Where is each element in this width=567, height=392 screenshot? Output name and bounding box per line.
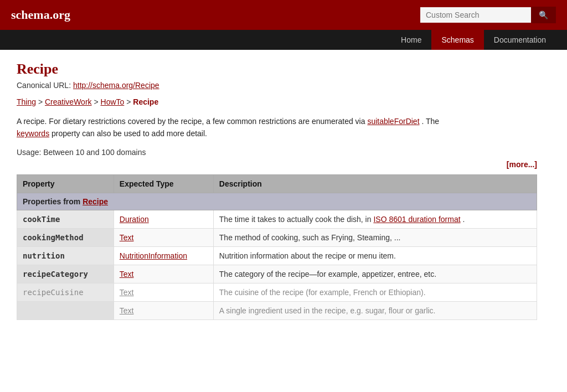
breadcrumb: Thing > CreativeWork > HowTo > Recipe <box>17 97 537 106</box>
main-nav: Home Schemas Documentation <box>0 30 567 50</box>
more-link[interactable]: [more...] <box>17 160 537 169</box>
page-description: A recipe. For dietary restrictions cover… <box>17 115 537 140</box>
col-description: Description <box>213 174 537 193</box>
property-cell: cookingMethod <box>17 228 114 246</box>
type-link[interactable]: Text <box>120 270 134 278</box>
type-cell: Text <box>114 283 213 301</box>
schema-table: Property Expected Type Description Prope… <box>17 174 537 320</box>
breadcrumb-sep-1: > <box>38 97 45 106</box>
desc-cell: Nutrition information about the recipe o… <box>213 246 537 265</box>
table-row: Text A single ingredient used in the rec… <box>17 301 537 319</box>
property-cell <box>17 301 114 319</box>
breadcrumb-howto[interactable]: HowTo <box>101 97 125 106</box>
section-link[interactable]: Recipe <box>83 197 108 206</box>
description-text-1: A recipe. For dietary restrictions cover… <box>17 117 365 126</box>
search-area: 🔍 <box>420 7 556 23</box>
type-cell: Text <box>114 301 213 319</box>
col-property: Property <box>17 174 114 193</box>
table-row: cookTime Duration The time it takes to a… <box>17 210 537 228</box>
desc-cell: A single ingredient used in the recipe, … <box>213 301 537 319</box>
table-row: recipeCuisine Text The cuisine of the re… <box>17 283 537 301</box>
type-cell: Duration <box>114 210 213 228</box>
nav-item-documentation[interactable]: Documentation <box>484 30 556 50</box>
keywords-link[interactable]: keywords <box>17 129 49 138</box>
usage-text: Usage: Between 10 and 100 domains <box>17 148 537 157</box>
desc-cell: The category of the recipe—for example, … <box>213 265 537 283</box>
canonical-url-link[interactable]: http://schema.org/Recipe <box>73 81 159 90</box>
col-expected-type: Expected Type <box>114 174 213 193</box>
description-text-3: property can also be used to add more de… <box>51 129 207 138</box>
section-header-row: Properties from Recipe <box>17 193 537 210</box>
breadcrumb-creativework[interactable]: CreativeWork <box>45 97 92 106</box>
type-cell: NutritionInformation <box>114 246 213 265</box>
type-link[interactable]: NutritionInformation <box>120 251 187 260</box>
section-header-cell: Properties from Recipe <box>17 193 537 210</box>
breadcrumb-thing[interactable]: Thing <box>17 97 36 106</box>
table-row: nutrition NutritionInformation Nutrition… <box>17 246 537 265</box>
desc-link[interactable]: ISO 8601 duration format <box>373 215 460 224</box>
search-icon: 🔍 <box>539 11 548 19</box>
search-input[interactable] <box>420 7 531 23</box>
canonical-url-line: Canonical URL: http://schema.org/Recipe <box>17 81 537 90</box>
property-cell: recipeCategory <box>17 265 114 283</box>
section-label: Properties from <box>23 197 80 206</box>
suitableForDiet-link[interactable]: suitableForDiet <box>367 117 419 126</box>
property-cell: nutrition <box>17 246 114 265</box>
type-link[interactable]: Text <box>120 306 134 315</box>
table-row: cookingMethod Text The method of cooking… <box>17 228 537 246</box>
breadcrumb-sep-2: > <box>94 97 100 106</box>
type-cell: Text <box>114 265 213 283</box>
description-text-2: . The <box>421 117 439 126</box>
more-anchor[interactable]: [more...] <box>507 160 537 169</box>
desc-cell: The time it takes to actually cook the d… <box>213 210 537 228</box>
type-cell: Text <box>114 228 213 246</box>
desc-cell: The method of cooking, such as Frying, S… <box>213 228 537 246</box>
nav-item-home[interactable]: Home <box>391 30 431 50</box>
canonical-label: Canonical URL: <box>17 81 71 90</box>
desc-text: The time it takes to actually cook the d… <box>219 215 372 224</box>
site-logo: schema.org <box>11 8 70 22</box>
page-title: Recipe <box>17 61 537 78</box>
nav-item-schemas[interactable]: Schemas <box>431 30 483 50</box>
type-link[interactable]: Text <box>120 288 134 297</box>
table-row: recipeCategory Text The category of the … <box>17 265 537 283</box>
table-header-row: Property Expected Type Description <box>17 174 537 193</box>
main-content: Recipe Canonical URL: http://schema.org/… <box>0 50 554 331</box>
breadcrumb-current: Recipe <box>133 97 158 106</box>
search-button[interactable]: 🔍 <box>531 7 556 23</box>
property-cell: cookTime <box>17 210 114 228</box>
property-cell: recipeCuisine <box>17 283 114 301</box>
breadcrumb-sep-3: > <box>126 97 133 106</box>
site-header: schema.org 🔍 <box>0 0 567 30</box>
desc-end: . <box>463 215 465 224</box>
type-link[interactable]: Text <box>120 233 134 242</box>
desc-cell: The cuisine of the recipe (for example, … <box>213 283 537 301</box>
type-link[interactable]: Duration <box>120 215 149 224</box>
